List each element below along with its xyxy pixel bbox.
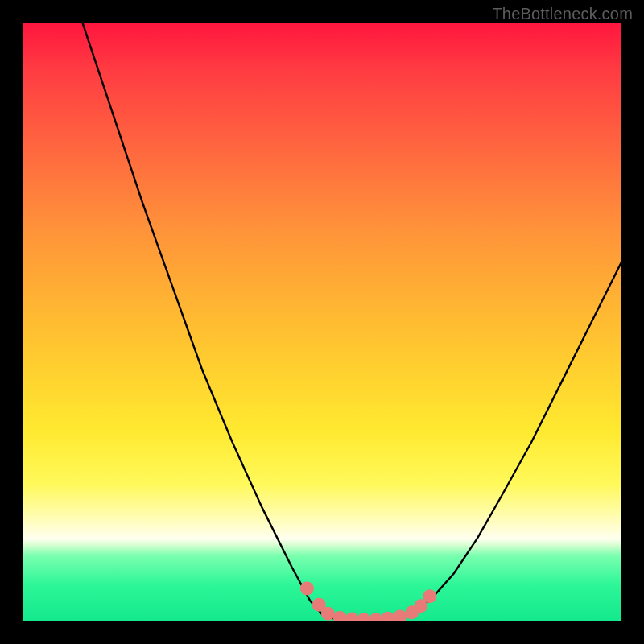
curve-marker	[300, 582, 314, 596]
curve-marker	[345, 613, 359, 621]
curve-path	[82, 23, 621, 621]
marker-group	[300, 582, 437, 621]
curve-marker	[357, 613, 371, 621]
curve-marker	[321, 607, 335, 621]
chart-plot-area	[23, 23, 621, 621]
curve-marker	[381, 612, 394, 621]
curve-marker	[423, 589, 436, 603]
curve-marker	[333, 611, 347, 621]
attribution-text: TheBottleneck.com	[492, 5, 633, 23]
bottleneck-curve	[23, 23, 621, 621]
curve-marker	[393, 610, 407, 621]
curve-marker	[369, 613, 382, 621]
chart-frame: TheBottleneck.com	[0, 0, 644, 644]
